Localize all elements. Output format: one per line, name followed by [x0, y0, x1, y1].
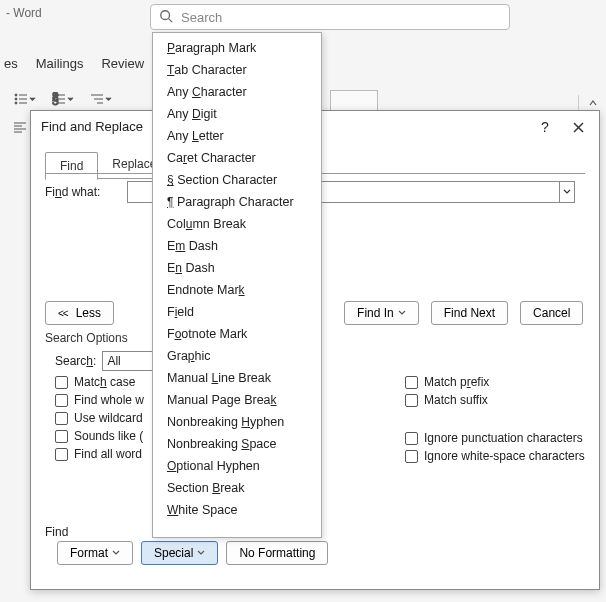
checks-right-column-2: Ignore punctuation charactersIgnore whit… [405, 431, 585, 463]
menu-item-special-3[interactable]: Any Digit [153, 103, 321, 125]
check-label: Find whole w [74, 393, 144, 407]
menu-item-special-5[interactable]: Caret Character [153, 147, 321, 169]
menu-item-special-1[interactable]: Tab Character [153, 59, 321, 81]
dialog-title: Find and Replace [41, 119, 143, 134]
check-label: Sounds like ( [74, 429, 143, 443]
titlebar: - Word [0, 2, 145, 24]
dialog-help-button[interactable]: ? [535, 117, 555, 137]
checkbox-icon [55, 412, 68, 425]
checks-right-column-1: Match prefixMatch suffix [405, 375, 489, 407]
find-next-button[interactable]: Find Next [431, 301, 508, 325]
menu-item-special-6[interactable]: § Section Character [153, 169, 321, 191]
multilevel-button[interactable] [86, 88, 116, 110]
check-all-forms[interactable]: Find all word [55, 447, 144, 461]
format-button[interactable]: Format [57, 541, 133, 565]
check-match-prefix[interactable]: Match prefix [405, 375, 489, 389]
svg-point-2 [15, 94, 17, 96]
ribbon-tab-mailings[interactable]: Mailings [34, 52, 86, 76]
search-icon [159, 9, 173, 26]
ribbon-tab-review[interactable]: Review [99, 52, 146, 76]
svg-line-1 [169, 18, 173, 22]
check-whole-words[interactable]: Find whole w [55, 393, 144, 407]
find-section-label: Find [45, 525, 68, 539]
bullets-button[interactable] [10, 88, 40, 110]
no-formatting-button[interactable]: No Formatting [226, 541, 328, 565]
menu-item-special-11[interactable]: Endnote Mark [153, 279, 321, 301]
cancel-button[interactable]: Cancel [520, 301, 583, 325]
menu-item-special-19[interactable]: Optional Hyphen [153, 455, 321, 477]
menu-item-special-9[interactable]: Em Dash [153, 235, 321, 257]
check-label: Match prefix [424, 375, 489, 389]
menu-item-special-13[interactable]: Footnote Mark [153, 323, 321, 345]
checkbox-icon [55, 448, 68, 461]
ribbon-tabs: es Mailings Review [0, 52, 146, 76]
less-button[interactable]: <<Less [45, 301, 114, 325]
dialog-close-button[interactable] [567, 117, 589, 137]
bottom-button-row: Format Special No Formatting [57, 541, 328, 565]
check-match-case[interactable]: Match case [55, 375, 144, 389]
menu-item-special-14[interactable]: Graphic [153, 345, 321, 367]
find-what-label: Find what: [45, 185, 100, 199]
svg-text:3: 3 [52, 94, 59, 106]
svg-point-0 [161, 10, 170, 19]
svg-point-6 [15, 102, 17, 104]
check-sounds-like[interactable]: Sounds like ( [55, 429, 144, 443]
tab-find[interactable]: Find [45, 152, 98, 180]
menu-item-special-4[interactable]: Any Letter [153, 125, 321, 147]
menu-item-special-17[interactable]: Nonbreaking Hyphen [153, 411, 321, 433]
menu-item-special-0[interactable]: Paragraph Mark [153, 37, 321, 59]
checkbox-icon [405, 450, 418, 463]
check-label: Match suffix [424, 393, 488, 407]
ribbon-tab-partial[interactable]: es [2, 52, 20, 76]
menu-item-special-8[interactable]: Column Break [153, 213, 321, 235]
svg-point-4 [15, 98, 17, 100]
menu-item-special-10[interactable]: En Dash [153, 257, 321, 279]
check-label: Find all word [74, 447, 142, 461]
menu-item-special-15[interactable]: Manual Line Break [153, 367, 321, 389]
checkbox-icon [55, 430, 68, 443]
menu-item-special-21[interactable]: White Space [153, 499, 321, 521]
check-wildcards[interactable]: Use wildcard [55, 411, 144, 425]
special-popup-menu: Paragraph MarkTab CharacterAny Character… [152, 32, 322, 538]
checkbox-icon [55, 376, 68, 389]
check-ignore-whitespace[interactable]: Ignore white-space characters [405, 449, 585, 463]
app-title-suffix: - Word [6, 6, 42, 20]
checks-left-column: Match caseFind whole wUse wildcardSounds… [55, 375, 144, 461]
menu-item-special-16[interactable]: Manual Page Break [153, 389, 321, 411]
check-ignore-punctuation[interactable]: Ignore punctuation characters [405, 431, 585, 445]
search-direction-label: Search: [55, 354, 96, 368]
checkbox-icon [405, 394, 418, 407]
menu-item-special-18[interactable]: Nonbreaking Space [153, 433, 321, 455]
menu-item-special-20[interactable]: Section Break [153, 477, 321, 499]
find-in-button[interactable]: Find In [344, 301, 419, 325]
menu-item-special-2[interactable]: Any Character [153, 81, 321, 103]
numbering-button[interactable]: 123 [48, 88, 78, 110]
checkbox-icon [55, 394, 68, 407]
align-left-icon[interactable] [10, 117, 30, 137]
search-options-title: Search Options [45, 331, 128, 345]
check-match-suffix[interactable]: Match suffix [405, 393, 489, 407]
check-label: Use wildcard [74, 411, 143, 425]
check-label: Match case [74, 375, 135, 389]
search-placeholder: Search [181, 10, 222, 25]
special-button[interactable]: Special [141, 541, 218, 565]
menu-item-special-12[interactable]: Field [153, 301, 321, 323]
check-label: Ignore punctuation characters [424, 431, 583, 445]
check-label: Ignore white-space characters [424, 449, 585, 463]
search-box[interactable]: Search [150, 4, 510, 30]
menu-item-special-7[interactable]: ¶ Paragraph Character [153, 191, 321, 213]
find-what-dropdown[interactable] [559, 181, 575, 203]
checkbox-icon [405, 432, 418, 445]
ribbon-paragraph-row [10, 112, 30, 142]
checkbox-icon [405, 376, 418, 389]
